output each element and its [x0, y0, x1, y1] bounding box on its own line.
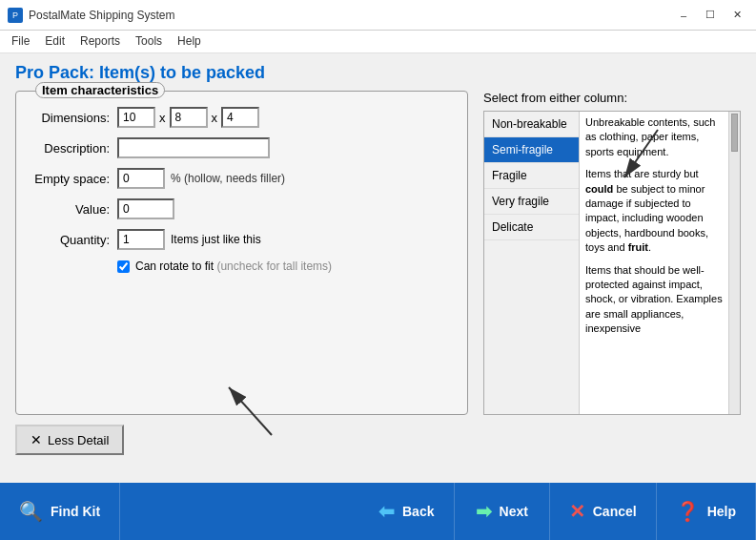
right-panel: Select from either column: Non-breakable…: [483, 91, 741, 415]
rotate-label: Can rotate to fit (uncheck for tall item…: [135, 260, 332, 273]
menu-help[interactable]: Help: [170, 32, 209, 51]
quantity-label: Quantity:: [31, 233, 117, 247]
cancel-button[interactable]: ✕ Cancel: [550, 483, 657, 540]
find-kit-label: Find Kit: [51, 504, 100, 519]
empty-space-suffix: % (hollow, needs filler): [171, 172, 285, 185]
less-detail-button[interactable]: ✕ Less Detail: [15, 425, 124, 455]
quantity-suffix: Items just like this: [171, 233, 261, 246]
menu-reports[interactable]: Reports: [72, 32, 128, 51]
title-controls: – ☐ ✕: [672, 6, 748, 25]
category-very-fragile[interactable]: Very fragile: [484, 189, 579, 215]
next-label: Next: [500, 504, 528, 519]
next-button[interactable]: ➡ Next: [455, 483, 550, 540]
delicate-desc: Items that should be well-protected agai…: [585, 263, 723, 337]
empty-space-label: Empty space:: [31, 172, 117, 186]
dim-z-input[interactable]: [221, 107, 259, 128]
select-column-label: Select from either column:: [483, 91, 741, 105]
category-semi-fragile[interactable]: Semi-fragile: [484, 137, 579, 163]
fragility-select-list: Non-breakable Semi-fragile Fragile Very …: [483, 111, 741, 415]
rotate-checkbox[interactable]: [117, 260, 130, 273]
non-breakable-desc: Unbreakable contents, such as clothing, …: [585, 115, 723, 159]
title-bar-left: P PostalMate Shipping System: [8, 8, 174, 23]
back-button[interactable]: ⬅ Back: [359, 483, 455, 540]
value-row: Value:: [31, 198, 452, 219]
scrollbar-thumb[interactable]: [731, 114, 738, 152]
quantity-row: Quantity: Items just like this: [31, 229, 452, 250]
empty-space-row: Empty space: % (hollow, needs filler): [31, 168, 452, 189]
bottom-toolbar: 🔍 Find Kit ⬅ Back ➡ Next ✕ Cancel ❓ Help: [0, 483, 756, 540]
title-bar: P PostalMate Shipping System – ☐ ✕: [0, 0, 756, 31]
find-kit-button[interactable]: 🔍 Find Kit: [0, 483, 120, 540]
category-fragile[interactable]: Fragile: [484, 163, 579, 189]
rotate-checkbox-row: Can rotate to fit (uncheck for tall item…: [117, 260, 452, 273]
semi-fragile-desc: Items that are sturdy but could be subje…: [585, 167, 723, 255]
menu-bar: File Edit Reports Tools Help: [0, 31, 756, 53]
toolbar-spacer: [120, 483, 359, 540]
scrollbar[interactable]: [728, 112, 740, 414]
button-bar: ✕ Less Detail: [0, 415, 756, 465]
dimensions-label: Dimensions:: [31, 111, 117, 125]
value-label: Value:: [31, 202, 117, 217]
rotate-note: (uncheck for tall items): [216, 260, 332, 273]
category-list: Non-breakable Semi-fragile Fragile Very …: [484, 112, 580, 414]
next-icon: ➡: [476, 500, 492, 523]
item-characteristics-panel: Item characteristics Dimensions: x x Des…: [15, 91, 468, 415]
menu-edit[interactable]: Edit: [37, 32, 72, 51]
value-input[interactable]: [117, 198, 174, 219]
menu-file[interactable]: File: [4, 32, 37, 51]
panel-legend: Item characteristics: [35, 82, 165, 98]
minimize-button[interactable]: –: [672, 6, 695, 25]
description-label: Description:: [31, 141, 117, 156]
quantity-input[interactable]: [117, 229, 165, 250]
dim-y-input[interactable]: [170, 107, 208, 128]
dim-x-input[interactable]: [117, 107, 155, 128]
dimensions-inputs: x x: [117, 107, 259, 128]
menu-tools[interactable]: Tools: [128, 32, 170, 51]
description-row: Description:: [31, 137, 452, 158]
help-icon: ❓: [676, 500, 700, 523]
back-icon: ⬅: [378, 500, 395, 523]
dim-sep-2: x: [212, 111, 218, 125]
cancel-icon: ✕: [569, 500, 585, 523]
maximize-button[interactable]: ☐: [699, 6, 722, 25]
dimensions-row: Dimensions: x x: [31, 107, 452, 128]
category-non-breakable[interactable]: Non-breakable: [484, 112, 579, 137]
title-text: PostalMate Shipping System: [29, 9, 174, 22]
category-description-area: Unbreakable contents, such as clothing, …: [580, 112, 728, 414]
less-detail-icon: ✕: [31, 432, 42, 447]
help-button[interactable]: ❓ Help: [657, 483, 756, 540]
app-icon: P: [8, 8, 23, 23]
close-button[interactable]: ✕: [725, 6, 748, 25]
back-label: Back: [402, 504, 434, 519]
category-delicate[interactable]: Delicate: [484, 215, 579, 240]
main-content: Item characteristics Dimensions: x x Des…: [0, 91, 756, 415]
empty-space-input[interactable]: [117, 168, 165, 189]
help-label: Help: [707, 504, 736, 519]
cancel-label: Cancel: [593, 504, 637, 519]
dim-sep-1: x: [159, 111, 166, 125]
description-input[interactable]: [117, 137, 270, 158]
less-detail-label: Less Detail: [48, 433, 109, 447]
search-icon: 🔍: [19, 500, 43, 523]
